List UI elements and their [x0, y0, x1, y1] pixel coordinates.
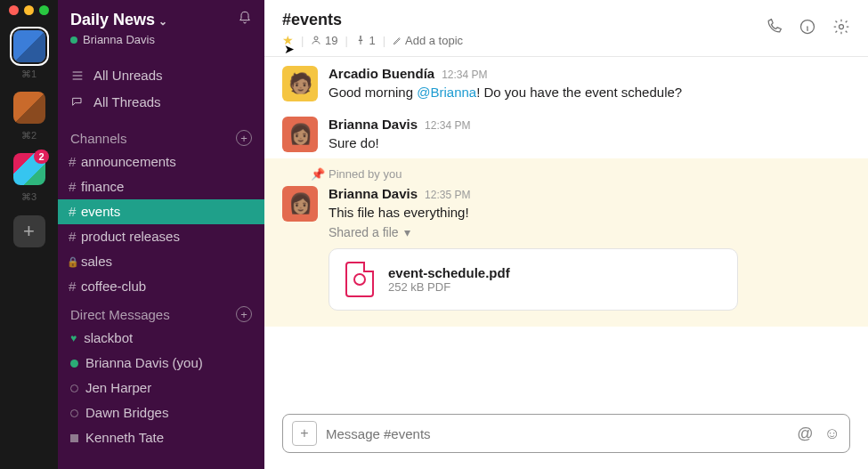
workspace-name: Daily News — [70, 11, 155, 28]
channel-events[interactable]: events — [58, 199, 264, 224]
settings-icon[interactable] — [832, 18, 850, 40]
dm-jen[interactable]: Jen Harper — [58, 376, 264, 400]
message-text: Sure do! — [329, 133, 470, 153]
channel-announcements[interactable]: announcements — [58, 150, 264, 174]
pencil-icon — [393, 36, 402, 45]
unread-badge: 2 — [34, 150, 48, 164]
dm-list: ♥slackbotBrianna Davis (you)Jen HarperDa… — [58, 326, 264, 450]
sidebar: Daily News⌄ Brianna Davis All Unreads Al… — [58, 0, 264, 469]
shared-file-label[interactable]: Shared a file ▾ — [329, 225, 850, 239]
svg-point-0 — [314, 36, 318, 40]
dm-brianna[interactable]: Brianna Davis (you) — [58, 351, 264, 376]
file-attachment[interactable]: event-schedule.pdf 252 kB PDF — [329, 248, 738, 311]
person-icon — [311, 35, 321, 45]
emoji-icon[interactable]: ☺ — [824, 425, 840, 443]
pinned-message[interactable]: 📌 Pinned by you 👩🏽 Brianna Davis 12:35 P… — [264, 158, 868, 327]
presence-indicator — [70, 434, 78, 442]
mention-icon[interactable]: @ — [797, 425, 813, 443]
threads-icon — [70, 95, 85, 109]
info-icon[interactable] — [799, 18, 816, 40]
file-name: event-schedule.pdf — [388, 265, 510, 280]
workspace-shortcut: ⌘3 — [21, 191, 37, 203]
dm-name: Brianna Davis (you) — [85, 353, 203, 373]
message[interactable]: 👩🏽 Brianna Davis 12:34 PM Sure do! — [264, 108, 868, 158]
current-user-name: Brianna Davis — [83, 33, 155, 46]
workspace-2[interactable] — [13, 92, 45, 124]
workspace-switcher[interactable]: Daily News⌄ — [70, 11, 167, 29]
add-topic[interactable]: Add a topic — [393, 34, 463, 47]
message-composer[interactable]: + @ ☺ — [282, 414, 850, 453]
minimize-window[interactable] — [24, 5, 34, 15]
channel-finance[interactable]: finance — [58, 174, 264, 199]
channels-heading[interactable]: Channels + — [58, 123, 264, 150]
caret-down-icon: ▾ — [404, 225, 410, 239]
message-time: 12:34 PM — [425, 119, 470, 132]
workspace-shortcut: ⌘1 — [21, 69, 37, 80]
all-unreads-label: All Unreads — [93, 66, 163, 85]
svg-point-2 — [840, 25, 844, 29]
message-time: 12:35 PM — [425, 189, 470, 201]
pdf-icon — [345, 262, 374, 297]
all-threads-label: All Threads — [93, 93, 161, 112]
dm-name: Dawn Bridges — [85, 403, 168, 423]
channel-name[interactable]: #events — [282, 11, 463, 29]
workspace-3[interactable]: 2 — [13, 153, 45, 185]
channel-coffee-club[interactable]: coffee-club — [58, 274, 264, 299]
list-icon — [70, 69, 85, 83]
presence-indicator — [70, 384, 78, 392]
avatar[interactable]: 👩🏽 — [282, 117, 318, 152]
message-author[interactable]: Brianna Davis — [329, 117, 418, 132]
dm-name: slackbot — [84, 328, 133, 348]
message-author[interactable]: Arcadio Buendía — [329, 66, 434, 81]
dm-slackbot[interactable]: ♥slackbot — [58, 326, 264, 351]
member-count[interactable]: 19 — [311, 34, 337, 47]
pin-icon — [355, 35, 366, 45]
channel-list: announcementsfinanceeventsproduct releas… — [58, 150, 264, 299]
presence-indicator — [70, 36, 77, 44]
file-meta: 252 kB PDF — [388, 280, 510, 294]
avatar[interactable]: 👩🏽 — [282, 186, 318, 222]
message-input[interactable] — [326, 426, 786, 441]
presence-indicator — [70, 409, 78, 417]
dm-name: Jen Harper — [85, 378, 151, 398]
pinned-label: Pinned by you — [329, 167, 402, 181]
dm-heading[interactable]: Direct Messages + — [58, 299, 264, 326]
chevron-down-icon: ⌄ — [158, 15, 167, 28]
workspace-rail: ⌘1 ⌘2 2 ⌘3 + — [0, 0, 58, 469]
avatar[interactable]: 🧑🏽 — [282, 66, 318, 101]
channel-sales[interactable]: sales — [58, 249, 264, 274]
workspace-1[interactable] — [13, 30, 45, 62]
all-threads[interactable]: All Threads — [58, 89, 264, 116]
all-unreads[interactable]: All Unreads — [58, 62, 264, 89]
main-pane: #events ★➤ | 19 | 1 | — [264, 0, 868, 469]
add-dm-button[interactable]: + — [236, 306, 252, 322]
presence-indicator — [70, 360, 78, 368]
add-workspace-button[interactable]: + — [13, 215, 45, 247]
pin-icon: 📌 — [311, 167, 325, 181]
pin-count[interactable]: 1 — [355, 34, 376, 47]
dm-name: Kenneth Tate — [85, 428, 164, 448]
presence-indicator: ♥ — [70, 328, 77, 348]
star-icon[interactable]: ★➤ — [282, 33, 294, 47]
message-text: Good morning @Brianna! Do you have the e… — [329, 83, 682, 102]
maximize-window[interactable] — [39, 5, 49, 15]
current-user[interactable]: Brianna Davis — [70, 33, 252, 46]
mention[interactable]: @Brianna — [417, 85, 476, 100]
message-time: 12:34 PM — [442, 69, 487, 81]
cursor-icon: ➤ — [284, 42, 295, 56]
channel-product-releases[interactable]: product releases — [58, 224, 264, 249]
dm-dawn[interactable]: Dawn Bridges — [58, 400, 264, 425]
message-text: This file has everything! — [329, 203, 850, 222]
channel-header: #events ★➤ | 19 | 1 | — [264, 0, 868, 57]
message-list: 🧑🏽 Arcadio Buendía 12:34 PM Good morning… — [264, 57, 868, 414]
message[interactable]: 🧑🏽 Arcadio Buendía 12:34 PM Good morning… — [264, 57, 868, 108]
add-channel-button[interactable]: + — [236, 130, 252, 146]
workspace-shortcut: ⌘2 — [21, 130, 37, 142]
call-icon[interactable] — [765, 18, 783, 40]
attach-button[interactable]: + — [292, 421, 317, 446]
dm-kenneth[interactable]: Kenneth Tate — [58, 425, 264, 450]
notifications-icon[interactable] — [238, 11, 252, 29]
close-window[interactable] — [9, 5, 19, 15]
message-author[interactable]: Brianna Davis — [329, 186, 418, 201]
window-controls[interactable] — [0, 5, 49, 15]
